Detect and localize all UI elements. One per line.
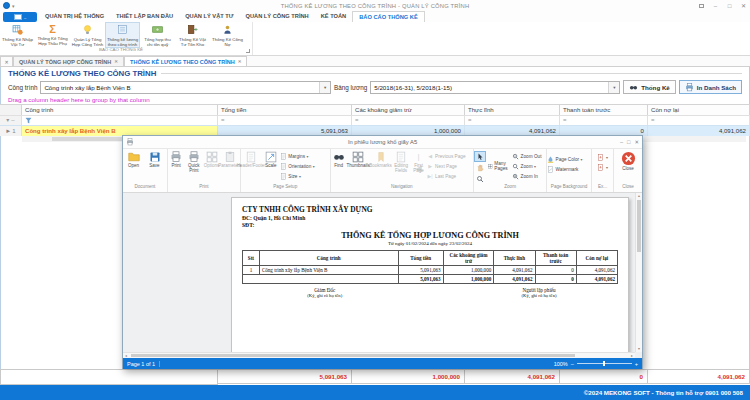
ribbon-tab-quan-ly-vat-tu[interactable]: QUẢN LÝ VẬT TƯ bbox=[179, 11, 239, 22]
filter-cell-tong-tien[interactable]: = bbox=[218, 115, 352, 125]
floppy-save-icon bbox=[149, 151, 161, 163]
report-table: Stt Công trình Tổng tiền Các khoảng giảm… bbox=[242, 250, 618, 284]
previous-page-icon: ◀ bbox=[427, 153, 434, 159]
ribbon-tab-quan-ly-cong-trinh[interactable]: QUẢN LÝ CÔNG TRÌNH bbox=[240, 11, 315, 22]
send-to-button[interactable]: ▾ bbox=[597, 162, 607, 172]
tab-close-icon[interactable]: ✕ bbox=[114, 59, 118, 64]
filter-cell-con-no-lai[interactable]: = bbox=[648, 115, 750, 125]
zoom-plus-button[interactable]: + bbox=[635, 361, 638, 367]
magnifier-tool-button[interactable] bbox=[474, 173, 486, 184]
status-bar: ©2024 MEKONG SOFT - Thông tin hỗ trợ 090… bbox=[0, 385, 750, 400]
in-danh-sach-button[interactable]: In Danh Sách bbox=[679, 80, 742, 94]
summary-spacer bbox=[0, 369, 218, 385]
zoom-slider[interactable] bbox=[577, 363, 632, 364]
cash-icon bbox=[152, 24, 163, 35]
thong-ke-button[interactable]: Thống Kê bbox=[623, 80, 676, 94]
chevron-down-icon[interactable]: ▾ bbox=[319, 82, 330, 93]
open-button[interactable]: Open bbox=[123, 150, 144, 169]
hand-tool-button[interactable] bbox=[474, 162, 486, 173]
thumbnails-button[interactable]: Thumbnails bbox=[347, 150, 370, 169]
cell-con-no-lai[interactable]: 4,091,062 bbox=[648, 125, 750, 136]
project-label: Công trình bbox=[8, 84, 37, 91]
size-button[interactable]: Size ▾ bbox=[280, 171, 328, 181]
dialog-minimize-button[interactable]: – bbox=[620, 139, 623, 145]
group-label-export: Ex... bbox=[592, 184, 613, 192]
dialog-close-button[interactable]: ✕ bbox=[634, 139, 639, 145]
ribbon-tab-quan-tri-he-thong[interactable]: QUẢN TRỊ HỆ THỐNG bbox=[39, 11, 110, 22]
group-dialog-launcher-icon[interactable] bbox=[246, 49, 250, 53]
scrollbar-thumb[interactable] bbox=[131, 354, 575, 357]
zoom-in-button[interactable]: Zoom In bbox=[512, 171, 546, 181]
filter-cell-cong-trinh[interactable] bbox=[22, 115, 218, 125]
dialog-maximize-button[interactable]: □ bbox=[627, 139, 630, 145]
close-button[interactable]: ✕ bbox=[737, 1, 750, 11]
ribbon-button-thong-ke-cong-no[interactable]: Thống Kê Công Nợ bbox=[210, 22, 245, 48]
ribbon-button-thong-ke-tong-hop-thau-phu[interactable]: Σ Thống Kê Tổng Hợp Thầu Phụ bbox=[35, 22, 70, 48]
file-menu-button[interactable]: – bbox=[3, 12, 37, 22]
filter-cell-cac-khoang-giam-tru[interactable]: = bbox=[352, 115, 465, 125]
signature-director: Giám Đốc (Ký, ghi rõ họ tên) bbox=[242, 287, 407, 298]
header-footer-button: Header/Footer bbox=[241, 150, 262, 169]
preview-horizontal-scrollbar[interactable]: ◂ ▸ bbox=[123, 352, 635, 358]
quick-print-button[interactable]: Quick Print bbox=[185, 150, 204, 174]
scrollbar-thumb[interactable] bbox=[637, 200, 641, 252]
pointer-tool-button[interactable] bbox=[474, 151, 486, 162]
preview-vertical-scrollbar[interactable]: ▴ ▾ bbox=[635, 193, 642, 352]
tab-thong-ke-luong-theo-cong-trinh[interactable]: THỐNG KÊ LƯƠNG THEO CÔNG TRÌNH ✕ bbox=[124, 56, 247, 66]
print-button[interactable]: Print bbox=[168, 150, 185, 169]
filter-cell-thanh-toan-truoc[interactable]: = bbox=[560, 115, 648, 125]
column-header-cac-khoang-giam-tru[interactable]: Các khoảng giảm trừ bbox=[352, 104, 465, 115]
scroll-right-icon[interactable]: ▸ bbox=[629, 353, 635, 358]
zoom-button[interactable]: Zoom ▾ bbox=[512, 161, 546, 171]
watermark-icon bbox=[547, 166, 554, 173]
column-header-tong-tien[interactable]: Tổng tiền bbox=[218, 104, 352, 115]
filter-row-header: ▾– bbox=[0, 115, 22, 125]
tab-close-icon[interactable]: ✕ bbox=[238, 59, 242, 64]
ribbon-button-tong-hop-thu-chi-ton-quy[interactable]: Tổng hợp thu chi tồn quỹ bbox=[140, 22, 175, 48]
group-by-hint[interactable]: Drag a column header here to group by th… bbox=[0, 95, 750, 104]
dialog-title-bar[interactable]: In phiếu lương khổ giấy A5 – □ ✕ bbox=[123, 136, 642, 149]
tab-quan-ly-tong-hop-cong-trinh[interactable]: QUẢN LÝ TỔNG HỢP CÔNG TRÌNH ✕ bbox=[13, 56, 124, 66]
orientation-button[interactable]: Orientation ▾ bbox=[280, 161, 328, 171]
payroll-combobox[interactable]: 5/2018(16-31), 5/2018(1-15) ▾ bbox=[370, 81, 620, 94]
minimize-button[interactable]: – bbox=[709, 1, 722, 11]
report-title: THỐNG KÊ TỔNG HỢP LƯƠNG CÔNG TRÌNH bbox=[242, 231, 618, 240]
window-style-button[interactable] bbox=[695, 1, 708, 11]
scroll-left-icon[interactable]: ◂ bbox=[123, 353, 129, 358]
save-button[interactable]: Save bbox=[144, 150, 165, 169]
ribbon-button-quan-ly-tong-hop-cong-trinh[interactable]: Quản Lý Tổng Hợp Công Trình bbox=[70, 22, 105, 48]
close-circle-icon bbox=[621, 151, 636, 166]
binoculars-icon bbox=[333, 151, 345, 163]
close-preview-button[interactable]: Close bbox=[615, 150, 641, 172]
margins-button[interactable]: Margins ▾ bbox=[280, 151, 328, 161]
filter-cell-thuc-linh[interactable]: = bbox=[465, 115, 560, 125]
maximize-button[interactable]: □ bbox=[723, 1, 736, 11]
thumbnails-icon bbox=[352, 151, 364, 163]
column-header-thanh-toan-truoc[interactable]: Thanh toán trước bbox=[560, 104, 648, 115]
zoom-minus-button[interactable]: – bbox=[571, 361, 574, 367]
project-combobox[interactable]: Công trình xây lắp Bệnh Viện B ▾ bbox=[40, 81, 331, 94]
zoom-slider-thumb[interactable] bbox=[603, 361, 605, 366]
column-header-cong-trinh[interactable]: Công trình bbox=[22, 104, 218, 115]
ribbon-tab-bao-cao-thong-ke[interactable]: BÁO CÁO THỐNG KÊ bbox=[352, 11, 424, 22]
close-all-tabs-button[interactable]: ✕ bbox=[0, 56, 13, 66]
export-to-button[interactable]: ▾ bbox=[597, 152, 607, 162]
column-header-con-no-lai[interactable]: Còn nợ lại bbox=[648, 104, 750, 115]
support-info: ©2024 MEKONG SOFT - Thông tin hỗ trợ 090… bbox=[584, 389, 750, 396]
ribbon-tab-thiet-lap-ban-dau[interactable]: THIẾT LẬP BAN ĐẦU bbox=[110, 11, 179, 22]
watermark-button[interactable]: Watermark bbox=[547, 164, 591, 174]
scroll-up-icon[interactable]: ▴ bbox=[636, 193, 642, 199]
page-color-button[interactable]: Page Color ▾ bbox=[547, 154, 591, 164]
ribbon-button-thong-ke-nhap-vat-tu[interactable]: Thống Kê Nhập Vật Tư bbox=[0, 22, 35, 48]
ribbon-button-thong-ke-luong-theo-cong-trinh[interactable]: Thống kê lương theo công trình bbox=[105, 22, 140, 48]
ribbon-button-thong-ke-vat-tu-ton-kho[interactable]: Thống Kê Vật Tư Tồn Kho bbox=[175, 22, 210, 48]
chevron-down-icon[interactable]: ▾ bbox=[608, 82, 619, 93]
column-header-thuc-linh[interactable]: Thực lĩnh bbox=[465, 104, 560, 115]
scroll-down-icon[interactable]: ▾ bbox=[636, 346, 642, 352]
many-pages-button[interactable]: Many Pages bbox=[488, 162, 512, 172]
find-button[interactable]: Find bbox=[331, 150, 347, 169]
style-icon bbox=[699, 4, 704, 8]
filter-bar: Công trình Công trình xây lắp Bệnh Viện … bbox=[8, 79, 742, 95]
ribbon-tab-ke-toan[interactable]: KẾ TOÁN bbox=[315, 11, 353, 22]
zoom-out-button[interactable]: Zoom Out bbox=[512, 151, 546, 161]
